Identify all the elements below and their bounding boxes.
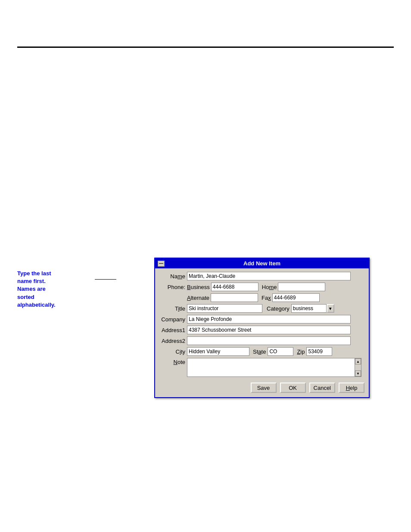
help-label: Help bbox=[346, 385, 358, 391]
dialog-title: Add New Item bbox=[243, 260, 280, 267]
home-phone-input[interactable] bbox=[278, 283, 325, 291]
home-label: Home bbox=[262, 284, 277, 290]
business-phone-input[interactable] bbox=[211, 283, 258, 291]
dialog-body: Name Phone: Business Home Alternate bbox=[155, 268, 369, 397]
alternate-fax-row: Alternate Fax bbox=[159, 293, 364, 302]
horizontal-rule bbox=[17, 47, 394, 48]
city-label: City bbox=[159, 348, 185, 355]
note-scrollbar: ▲ ▼ bbox=[355, 358, 361, 377]
cancel-button[interactable]: Cancel bbox=[309, 383, 335, 393]
ok-button[interactable]: OK bbox=[280, 383, 306, 393]
save-button[interactable]: Save bbox=[251, 383, 277, 393]
buttons-row: Save OK Cancel Help bbox=[159, 383, 364, 393]
system-menu-button[interactable]: — bbox=[158, 261, 165, 267]
note-row: Note ▲ ▼ bbox=[159, 358, 364, 378]
note-area: ▲ ▼ bbox=[187, 358, 361, 378]
name-row: Name bbox=[159, 272, 364, 280]
system-menu-icon: — bbox=[159, 261, 163, 266]
name-label: Name bbox=[159, 273, 185, 280]
note-textarea[interactable] bbox=[187, 358, 361, 377]
company-label: Company bbox=[159, 316, 185, 323]
category-label: Category bbox=[267, 305, 290, 312]
help-button[interactable]: Help bbox=[339, 383, 364, 393]
cancel-label: Cancel bbox=[314, 385, 331, 391]
category-input[interactable] bbox=[291, 304, 327, 313]
city-state-zip-row: City State Zip bbox=[159, 347, 364, 356]
phone-row: Phone: Business Home bbox=[159, 283, 364, 291]
dialog-titlebar: — Add New Item bbox=[155, 258, 369, 268]
ok-label: OK bbox=[289, 385, 297, 391]
title-category-row: Title Category ▼ bbox=[159, 304, 364, 313]
phone-label: Phone: bbox=[159, 284, 185, 290]
address1-input[interactable] bbox=[187, 326, 351, 334]
city-input[interactable] bbox=[187, 347, 249, 356]
phone-label-text: Phone: bbox=[168, 284, 185, 290]
category-dropdown-button[interactable]: ▼ bbox=[327, 304, 334, 313]
address2-label: Address2 bbox=[159, 338, 185, 344]
title-input[interactable] bbox=[187, 304, 262, 313]
alternate-label: Alternate bbox=[187, 295, 209, 301]
note-scroll-down-button[interactable]: ▼ bbox=[355, 370, 361, 376]
zip-input[interactable] bbox=[306, 347, 332, 356]
business-label: Business bbox=[187, 284, 210, 290]
title-label: Title bbox=[159, 305, 185, 312]
note-scroll-up-button[interactable]: ▲ bbox=[355, 358, 361, 364]
add-new-item-dialog: — Add New Item Name Phone: Business Home bbox=[154, 258, 370, 398]
annotation-text: Type the last name first. Names are sort… bbox=[17, 270, 97, 309]
company-row: Company bbox=[159, 315, 364, 324]
address1-row: Address1 bbox=[159, 326, 364, 334]
state-input[interactable] bbox=[268, 347, 293, 356]
alternate-phone-input[interactable] bbox=[211, 293, 258, 302]
address1-label: Address1 bbox=[159, 327, 185, 333]
note-label: Note bbox=[159, 359, 185, 365]
fax-input[interactable] bbox=[272, 293, 320, 302]
company-input[interactable] bbox=[187, 315, 351, 324]
name-input[interactable] bbox=[187, 272, 351, 280]
fax-label: Fax bbox=[262, 295, 271, 301]
zip-label: Zip bbox=[297, 348, 305, 355]
save-label: Save bbox=[257, 385, 270, 391]
annotation-pointer bbox=[95, 279, 116, 280]
state-label: State bbox=[253, 348, 266, 355]
address2-row: Address2 bbox=[159, 336, 364, 345]
address2-input[interactable] bbox=[187, 336, 351, 345]
